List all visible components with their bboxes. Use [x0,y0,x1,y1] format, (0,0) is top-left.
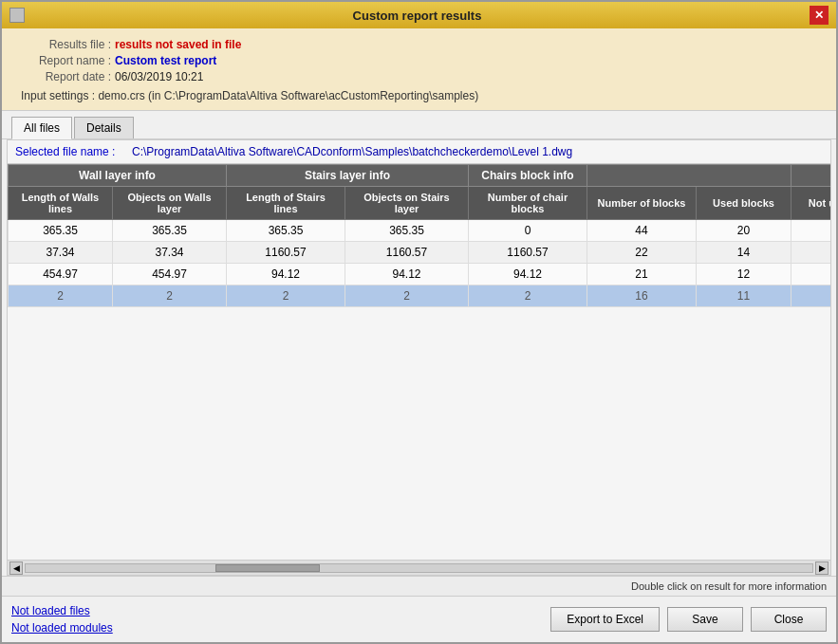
cell-r1-c1: 37.34 [113,242,227,264]
results-file-label: Results file : [21,38,111,51]
table-body: 365.35365.35365.35365.350442037.3437.341… [9,220,831,307]
cell-r2-c2: 94.12 [227,264,345,285]
col-header-1: Objects on Walls layer [113,187,227,220]
cell-r0-c7 [791,220,831,242]
report-date-value: 06/03/2019 10:21 [115,70,203,83]
cell-r1-c0: 37.34 [9,242,113,264]
col-header-5: Number of blocks [587,187,697,220]
horizontal-scrollbar[interactable]: ◀ ▶ [8,560,830,575]
content-area: Selected file name : C:\ProgramData\Alti… [7,139,831,576]
tabs-bar: All files Details [2,111,836,139]
info-section: Results file : results not saved in file… [2,28,836,111]
group-header-wall: Wall layer info [9,165,227,187]
file-name-bar: Selected file name : C:\ProgramData\Alti… [8,140,830,164]
tab-details[interactable]: Details [74,117,134,138]
cell-r1-c5: 22 [587,242,697,264]
report-date-label: Report date : [21,70,111,83]
scroll-track[interactable] [25,563,813,573]
hint-text: Double click on result for more informat… [631,580,827,592]
results-table: Wall layer info Stairs layer info Chairs… [8,164,830,307]
cell-r3-c6: 11 [697,285,791,307]
cell-r2-c0: 454.97 [9,264,113,285]
col-header-4: Number of chair blocks [469,187,587,220]
not-loaded-modules-link[interactable]: Not loaded modules [11,621,541,635]
scroll-right-button[interactable]: ▶ [815,561,829,575]
cell-r0-c5: 44 [587,220,697,242]
footer-buttons: Export to Excel Save Close [550,607,827,632]
window-icon [9,8,25,23]
cell-r0-c1: 365.35 [113,220,227,242]
cell-r0-c4: 0 [469,220,587,242]
cell-r2-c1: 454.97 [113,264,227,285]
col-header-7: Not us... [791,187,831,220]
results-file-row: Results file : results not saved in file [21,38,817,51]
hint-bar: Double click on result for more informat… [2,576,836,596]
group-header-stairs: Stairs layer info [227,165,469,187]
cell-r0-c3: 365.35 [345,220,469,242]
col-header-6: Used blocks [697,187,791,220]
footer-links: Not loaded files Not loaded modules [11,604,541,635]
main-window: Custom report results ✕ Results file : r… [0,0,838,644]
col-header-row: Length of Walls lines Objects on Walls l… [9,187,831,220]
group-header-chairs: Chairs block info [469,165,587,187]
group-header-row: Wall layer info Stairs layer info Chairs… [9,165,831,187]
close-button[interactable]: Close [751,607,827,632]
cell-r2-c4: 94.12 [469,264,587,285]
table-scroll-area[interactable]: Wall layer info Stairs layer info Chairs… [8,164,830,560]
col-header-3: Objects on Stairs layer [345,187,469,220]
file-name-path: C:\ProgramData\Altiva Software\CADconfor… [132,145,572,158]
cell-r0-c2: 365.35 [227,220,345,242]
window-title: Custom report results [25,9,810,23]
scroll-left-button[interactable]: ◀ [9,561,23,575]
report-name-value: Custom test report [115,54,216,67]
cell-r3-c3: 2 [345,285,469,307]
cell-r0-c6: 20 [697,220,791,242]
table-row[interactable]: 365.35365.35365.35365.3504420 [9,220,831,242]
report-name-row: Report name : Custom test report [21,54,817,67]
cell-r3-c7 [791,285,831,307]
cell-r3-c0: 2 [9,285,113,307]
cell-r2-c5: 21 [587,264,697,285]
results-file-value: results not saved in file [115,38,241,51]
cell-r1-c7 [791,242,831,264]
file-name-label: Selected file name : [15,145,124,158]
input-settings-row: Input settings : demo.crs (in C:\Program… [21,89,817,102]
export-to-excel-button[interactable]: Export to Excel [550,607,660,632]
footer: Not loaded files Not loaded modules Expo… [2,596,836,642]
input-settings-value: demo.crs (in C:\ProgramData\Altiva Softw… [98,89,478,102]
col-header-0: Length of Walls lines [9,187,113,220]
cell-r2-c3: 94.12 [345,264,469,285]
input-settings-label: Input settings : [21,89,95,102]
tab-all-files[interactable]: All files [11,117,72,139]
table-row[interactable]: 454.97454.9794.1294.1294.122112 [9,264,831,285]
group-header-notused [791,165,831,187]
table-row[interactable]: 222221611 [9,285,831,307]
cell-r3-c1: 2 [113,285,227,307]
cell-r3-c2: 2 [227,285,345,307]
col-header-2: Length of Stairs lines [227,187,345,220]
cell-r1-c6: 14 [697,242,791,264]
cell-r2-c7 [791,264,831,285]
cell-r2-c6: 12 [697,264,791,285]
cell-r1-c3: 1160.57 [345,242,469,264]
title-bar: Custom report results ✕ [2,2,836,28]
report-name-label: Report name : [21,54,111,67]
not-loaded-files-link[interactable]: Not loaded files [11,604,541,617]
cell-r3-c4: 2 [469,285,587,307]
group-header-blocks [587,165,791,187]
scroll-thumb[interactable] [215,564,320,572]
cell-r1-c2: 1160.57 [227,242,345,264]
close-window-button[interactable]: ✕ [810,6,829,25]
cell-r1-c4: 1160.57 [469,242,587,264]
save-button[interactable]: Save [667,607,743,632]
report-date-row: Report date : 06/03/2019 10:21 [21,70,817,83]
cell-r3-c5: 16 [587,285,697,307]
cell-r0-c0: 365.35 [9,220,113,242]
table-row[interactable]: 37.3437.341160.571160.571160.572214 [9,242,831,264]
